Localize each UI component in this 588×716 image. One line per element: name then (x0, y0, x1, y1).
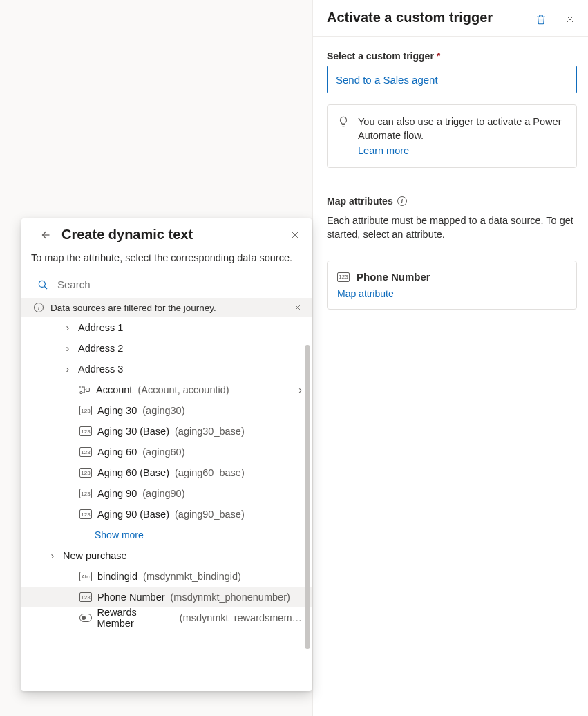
number-type-icon: 123 (79, 447, 92, 457)
chevron-right-icon: › (298, 384, 302, 395)
info-icon: i (34, 303, 44, 312)
select-trigger-label: Select a custom trigger * (327, 50, 577, 62)
tree-item-aging60[interactable]: 123 Aging 60 (aging60) (21, 442, 312, 462)
chevron-right-icon: › (63, 343, 73, 354)
number-type-icon: 123 (79, 489, 92, 498)
number-type-icon: 123 (79, 468, 92, 478)
popover-title: Create dynamic text (61, 227, 278, 243)
learn-more-link[interactable]: Learn more (358, 144, 409, 158)
scrollbar[interactable] (305, 345, 310, 649)
filter-message: Data sources are filtered for the journe… (50, 303, 216, 313)
close-icon[interactable] (288, 228, 302, 242)
tree-item-bindingid[interactable]: Abc bindingid (msdynmkt_bindingid) (21, 566, 312, 587)
tree-item-aging90[interactable]: 123 Aging 90 (aging90) (21, 483, 312, 504)
boolean-type-icon (79, 614, 92, 622)
tree-item-aging30base[interactable]: 123 Aging 30 (Base) (aging30_base) (21, 421, 312, 442)
tree-item-phone-number[interactable]: 123 Phone Number (msdynmkt_phonenumber) (21, 587, 312, 607)
number-type-icon: 123 (79, 509, 92, 519)
lightbulb-icon (337, 115, 350, 128)
show-more-link[interactable]: Show more (21, 525, 312, 545)
activate-trigger-panel: Activate a custom trigger Select a custo… (312, 0, 588, 716)
tree-item-account[interactable]: Account (Account, accountid) › (21, 379, 312, 400)
text-type-icon: Abc (79, 572, 92, 581)
number-type-icon: 123 (79, 406, 92, 415)
tip-callout: You can also use a trigger to activate a… (327, 104, 577, 168)
map-attributes-desc: Each attribute must be mapped to a data … (327, 214, 577, 241)
info-icon[interactable]: i (397, 196, 407, 206)
tree-group-new-purchase[interactable]: › New purchase (21, 545, 312, 566)
attribute-card: 123 Phone Number Map attribute (327, 261, 577, 310)
number-type-icon: 123 (337, 272, 350, 282)
dropdown-value: Send to a Sales agent (336, 74, 438, 86)
dynamic-text-popover: Create dynamic text To map the attribute… (21, 218, 312, 691)
tree-group-address1[interactable]: › Address 1 (21, 317, 312, 338)
svg-point-0 (39, 281, 45, 287)
back-icon[interactable] (37, 227, 52, 243)
map-attribute-link[interactable]: Map attribute (337, 288, 394, 299)
custom-trigger-dropdown[interactable]: Send to a Sales agent (327, 66, 577, 93)
svg-rect-3 (86, 388, 90, 392)
close-icon[interactable] (563, 12, 577, 26)
map-attributes-heading: Map attributes i (327, 196, 577, 207)
svg-point-1 (80, 386, 82, 388)
tree-group-address2[interactable]: › Address 2 (21, 338, 312, 359)
relation-icon (79, 385, 91, 395)
chevron-right-icon: › (48, 550, 57, 561)
popover-description: To map the attribute, select the corresp… (21, 247, 312, 275)
svg-point-2 (80, 391, 82, 393)
filter-bar: i Data sources are filtered for the jour… (21, 298, 312, 317)
delete-icon[interactable] (534, 12, 548, 26)
tip-text: You can also use a trigger to activate a… (358, 116, 561, 141)
search-icon (37, 279, 49, 291)
panel-header: Activate a custom trigger (313, 0, 588, 37)
search-field[interactable] (21, 275, 312, 298)
search-input[interactable] (56, 278, 296, 291)
tree-item-rewards-member[interactable]: Rewards Member (msdynmkt_rewardsmem… (21, 607, 312, 628)
chevron-right-icon: › (63, 322, 73, 333)
number-type-icon: 123 (79, 426, 92, 436)
number-type-icon: 123 (79, 592, 92, 602)
tree-group-address3[interactable]: › Address 3 (21, 359, 312, 379)
data-source-tree: › Address 1 › Address 2 › Address 3 Acco… (21, 317, 312, 691)
attribute-name: Phone Number (357, 271, 430, 283)
tree-item-aging90base[interactable]: 123 Aging 90 (Base) (aging90_base) (21, 504, 312, 525)
chevron-right-icon: › (63, 364, 73, 375)
tree-item-aging60base[interactable]: 123 Aging 60 (Base) (aging60_base) (21, 462, 312, 483)
close-icon[interactable] (292, 302, 303, 313)
panel-title: Activate a custom trigger (327, 8, 534, 26)
popover-header: Create dynamic text (21, 218, 312, 247)
tree-item-aging30[interactable]: 123 Aging 30 (aging30) (21, 400, 312, 421)
